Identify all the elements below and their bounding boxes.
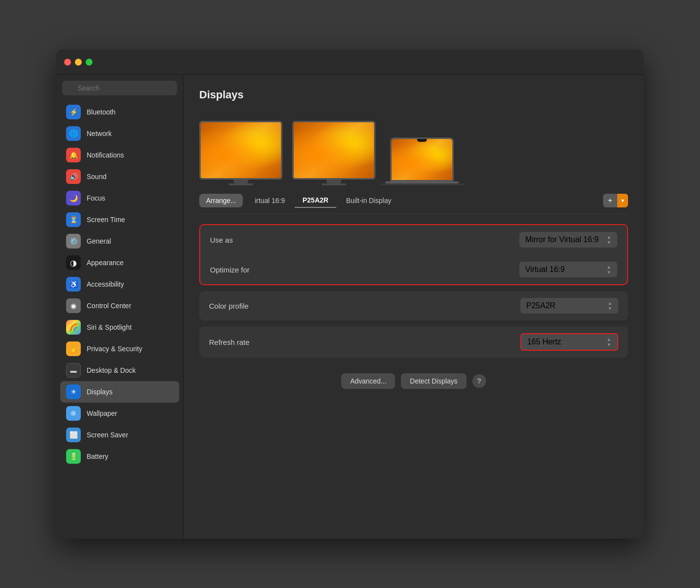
general-icon: ⚙️ [66,234,81,249]
displays-icon: ☀ [66,384,81,399]
sidebar-item-accessibility[interactable]: ♿ Accessibility [60,273,179,295]
sidebar-item-network[interactable]: 🌐 Network [60,123,179,144]
sidebar-item-bluetooth[interactable]: ⚡ Bluetooth [60,101,179,123]
optimize-for-label: Optimize for [210,266,519,274]
sidebar-label-network: Network [87,130,112,137]
search-input[interactable] [62,81,177,95]
sidebar-item-wallpaper[interactable]: ❊ Wallpaper [60,403,179,424]
sidebar-label-screen-time: Screen Time [87,216,125,224]
sound-icon: 🔊 [66,169,81,184]
control-center-icon: ◉ [66,298,81,313]
use-as-value: Mirror for Virtual 16:9 [525,235,599,244]
display-tabs: Arrange... irtual 16:9 P25A2R Built-in D… [199,193,628,214]
monitor-screen-p25a2r [292,121,375,180]
sidebar-item-appearance[interactable]: ◑ Appearance [60,252,179,273]
use-as-stepper: ▲▼ [607,234,611,245]
search-wrapper: ⌕ [62,81,177,95]
sidebar-item-privacy-security[interactable]: ✋ Privacy & Security [60,338,179,360]
settings-group-refresh-rate: Refresh rate 165 Hertz ▲▼ [199,326,628,358]
screen-saver-icon: ⬜ [66,428,81,442]
detect-displays-button[interactable]: Detect Displays [401,373,466,389]
sidebar-label-notifications: Notifications [87,151,124,159]
color-profile-stepper: ▲▼ [607,300,612,311]
sidebar-label-general: General [87,237,111,245]
optimize-for-value: Virtual 16:9 [525,265,565,274]
system-preferences-window: ⌕ ⚡ Bluetooth 🌐 Network 🔔 [56,49,644,539]
sidebar-label-battery: Battery [87,452,108,460]
sidebar-item-desktop-dock[interactable]: ▬ Desktop & Dock [60,360,179,381]
laptop-screen [390,137,454,181]
optimize-for-stepper: ▲▼ [607,264,611,275]
bottom-buttons: Advanced... Detect Displays ? [184,363,644,399]
sidebar-item-screen-time[interactable]: ⏳ Screen Time [60,209,179,230]
wallpaper-icon: ❊ [66,406,81,421]
sidebar-label-siri-spotlight: Siri & Spotlight [87,323,132,331]
monitor-base-virtual16 [229,183,253,185]
optimize-for-value-container[interactable]: Virtual 16:9 ▲▼ [519,262,617,277]
sidebar-item-notifications[interactable]: 🔔 Notifications [60,144,179,166]
display-monitors [199,111,628,185]
tab-virtual16[interactable]: irtual 16:9 [247,194,292,207]
sidebar-label-focus: Focus [87,194,105,202]
minimize-button[interactable] [75,59,82,66]
notifications-icon: 🔔 [66,148,81,162]
traffic-lights [64,59,93,66]
monitor-wallpaper-virtual16 [201,122,281,178]
color-profile-value-container[interactable]: P25A2R ▲▼ [520,298,618,314]
sidebar-item-sound[interactable]: 🔊 Sound [60,166,179,187]
network-icon: 🌐 [66,126,81,141]
help-button[interactable]: ? [472,374,486,388]
sidebar-item-siri-spotlight[interactable]: 🌈 Siri & Spotlight [60,317,179,338]
sidebar-item-screen-saver[interactable]: ⬜ Screen Saver [60,424,179,446]
sidebar-label-screen-saver: Screen Saver [87,431,128,439]
sidebar-item-battery[interactable]: 🔋 Battery [60,446,179,467]
tab-add-group: + ▾ [603,194,628,207]
laptop-notch [417,139,427,142]
content-area: Displays [184,75,644,539]
screen-time-icon: ⏳ [66,212,81,227]
use-as-label: Use as [210,236,519,244]
tab-arrange[interactable]: Arrange... [199,194,243,207]
bluetooth-icon: ⚡ [66,105,81,119]
monitor-builtin[interactable] [385,137,459,185]
add-display-button[interactable]: + [603,194,617,207]
refresh-rate-stepper: ▲▼ [607,337,611,347]
laptop-wallpaper [392,139,452,180]
sidebar-label-desktop-dock: Desktop & Dock [87,366,136,374]
tab-builtin[interactable]: Built-in Display [338,194,399,207]
settings-group-use-as: Use as Mirror for Virtual 16:9 ▲▼ Optimi… [199,224,628,285]
color-profile-label: Color profile [209,302,520,310]
monitor-wallpaper-p25a2r [294,122,374,178]
monitor-p25a2r[interactable] [292,121,375,185]
appearance-icon: ◑ [66,255,81,270]
use-as-value-container[interactable]: Mirror for Virtual 16:9 ▲▼ [519,232,617,248]
close-button[interactable] [64,59,71,66]
setting-row-use-as: Use as Mirror for Virtual 16:9 ▲▼ [200,225,627,255]
sidebar-item-control-center[interactable]: ◉ Control Center [60,295,179,317]
tab-p25a2r[interactable]: P25A2R [295,193,336,208]
color-profile-value: P25A2R [526,301,556,310]
sidebar-item-focus[interactable]: 🌙 Focus [60,187,179,209]
battery-icon: 🔋 [66,449,81,464]
sidebar-item-displays[interactable]: ☀ Displays [60,381,179,403]
refresh-rate-label: Refresh rate [209,338,520,346]
maximize-button[interactable] [86,59,93,66]
sidebar-label-displays: Displays [87,388,113,396]
sidebar-item-general[interactable]: ⚙️ General [60,230,179,252]
display-dropdown-button[interactable]: ▾ [617,194,628,207]
monitor-screen-virtual16 [199,121,282,180]
sidebar-label-accessibility: Accessibility [87,280,124,288]
advanced-button[interactable]: Advanced... [341,373,395,389]
page-title: Displays [199,89,628,101]
monitor-base-p25a2r [322,183,346,185]
monitor-virtual16[interactable] [199,121,282,185]
title-bar [56,49,644,75]
sidebar-label-wallpaper: Wallpaper [87,409,117,417]
sidebar-label-sound: Sound [87,173,106,181]
search-container: ⌕ [56,81,183,101]
setting-row-color-profile: Color profile P25A2R ▲▼ [199,291,628,320]
refresh-rate-value-container[interactable]: 165 Hertz ▲▼ [520,333,618,351]
displays-section: Arrange... irtual 16:9 P25A2R Built-in D… [184,111,644,358]
sidebar-label-appearance: Appearance [87,259,124,267]
monitor-stand-p25a2r [327,180,341,183]
